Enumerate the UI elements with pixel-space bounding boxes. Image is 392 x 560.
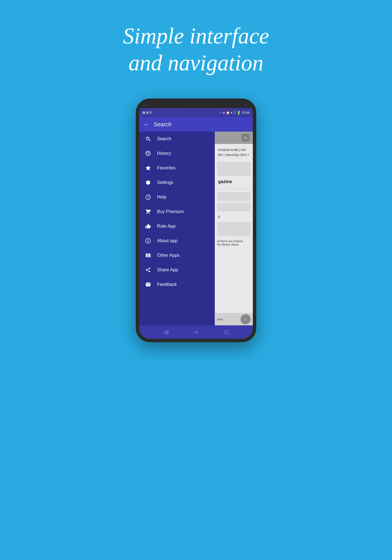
drawer-label-history: History [157, 151, 171, 156]
bottom-nav-bar: ◁ ○ □ [139, 325, 253, 339]
phone-mockup: · · · · · · · · · · · · · · N N 1° ∽ ⊖ ⏰… [136, 99, 256, 342]
app-bar-title: Search [154, 121, 171, 128]
share-icon [145, 267, 151, 273]
svg-rect-10 [146, 253, 147, 257]
drawer-item-help[interactable]: ? Help [139, 190, 215, 204]
content-block-4 [217, 222, 251, 236]
drawer-label-buy-premium: Buy Premium [157, 209, 184, 214]
drawer-label-favorites: Favorites [157, 165, 176, 171]
drawer-label-search: Search [157, 136, 171, 141]
nav-back-button[interactable]: ◁ [164, 329, 168, 335]
signal-icon: ⬡ [233, 111, 236, 115]
search-overlay-bar: × [215, 132, 253, 144]
close-search-button[interactable]: × [242, 134, 249, 142]
books-icon [145, 252, 151, 259]
drawer-label-other-apps: Other Apps [157, 253, 179, 258]
drawer-label-feedback: Feedback [157, 282, 177, 287]
content-block-2 [217, 192, 251, 201]
navigation-drawer: Search History [139, 132, 215, 325]
cyrillic-text: сеть [217, 317, 223, 321]
back-button[interactable]: ← [144, 121, 149, 128]
cart-icon [145, 208, 151, 215]
phone-notch: · · · · · · · · · · · · · · [139, 102, 253, 108]
mail-icon [145, 281, 151, 288]
bottom-action-bar: сеть › [215, 313, 253, 325]
svg-line-16 [147, 270, 149, 271]
next-button[interactable]: › [241, 314, 251, 324]
drawer-label-help: Help [157, 195, 166, 200]
drawer-item-other-apps[interactable]: Other Apps [139, 248, 215, 263]
bluetooth-icon: ∽ [219, 111, 222, 115]
info-icon [145, 237, 151, 244]
app-bar: ← Search [139, 117, 253, 132]
drawer-container: Search History [139, 132, 253, 325]
status-right: ∽ ⊖ ⏰ ▾ ⬡ 🔋 20:48 [219, 111, 249, 115]
battery-level: 🔋 [237, 111, 241, 115]
drawer-item-about[interactable]: About app [139, 234, 215, 248]
search-icon [145, 136, 151, 142]
drawer-item-favorites[interactable]: Favorites [139, 161, 215, 175]
svg-line-17 [147, 269, 149, 269]
drawer-label-share-app: Share App [157, 267, 178, 272]
svg-marker-3 [146, 166, 151, 170]
svg-rect-11 [148, 253, 149, 257]
svg-point-15 [149, 271, 150, 272]
drawer-item-history[interactable]: History [139, 146, 215, 161]
bottom-line-2: his library about [217, 243, 251, 246]
svg-text:?: ? [147, 195, 149, 199]
word-display: gazine [215, 177, 253, 186]
drawer-item-feedback[interactable]: Feedback [139, 277, 215, 292]
bottom-line-1: at there are indeed [217, 239, 251, 243]
battery-icon: ⊖ [223, 111, 225, 115]
text-line-2: len • (neurcity clen) • [218, 152, 249, 157]
content-block-1 [217, 162, 251, 176]
svg-rect-12 [149, 253, 150, 257]
wifi-icon: ▾ [231, 111, 232, 115]
bottom-text-area: at there are indeed his library about [215, 237, 253, 313]
content-block-3 [217, 203, 251, 211]
drawer-label-settings: Settings [157, 180, 173, 185]
main-content-panel: × musical scale.) tón len • (neurcity cl… [215, 132, 253, 325]
page-headline: Simple interface and navigation [123, 22, 269, 76]
small-text: d [215, 213, 253, 221]
svg-line-1 [149, 140, 150, 141]
drawer-item-rate-app[interactable]: Rate App [139, 219, 215, 234]
status-temp: N 1° [146, 111, 152, 114]
drawer-label-rate-app: Rate App [157, 224, 176, 229]
sensor [245, 104, 247, 106]
alarm-icon: ⏰ [226, 111, 230, 115]
drawer-item-share-app[interactable]: Share App [139, 263, 215, 277]
thumbsup-icon [145, 223, 151, 230]
star-icon [145, 165, 151, 171]
nav-recents-button[interactable]: □ [225, 329, 228, 335]
history-icon [145, 150, 151, 157]
divider-1 [215, 189, 253, 189]
text-line-1: musical scale.) tón [218, 147, 249, 152]
camera [145, 104, 147, 106]
content-text-area: musical scale.) tón len • (neurcity clen… [215, 144, 253, 161]
status-left: N N 1° [143, 111, 152, 115]
notification-icon: N [143, 111, 145, 115]
help-icon: ? [145, 194, 151, 200]
drawer-item-buy-premium[interactable]: Buy Premium [139, 204, 215, 219]
drawer-item-search[interactable]: Search [139, 132, 215, 146]
svg-point-13 [149, 268, 150, 269]
speaker: · · · · · · · · · · · · · · [183, 104, 209, 106]
settings-icon [145, 179, 151, 186]
status-bar: N N 1° ∽ ⊖ ⏰ ▾ ⬡ 🔋 20:48 [139, 108, 253, 117]
time-display: 20:48 [242, 111, 249, 114]
nav-home-button[interactable]: ○ [195, 329, 198, 335]
drawer-item-settings[interactable]: Settings [139, 175, 215, 190]
drawer-label-about: About app [157, 238, 178, 243]
svg-point-14 [146, 269, 148, 271]
